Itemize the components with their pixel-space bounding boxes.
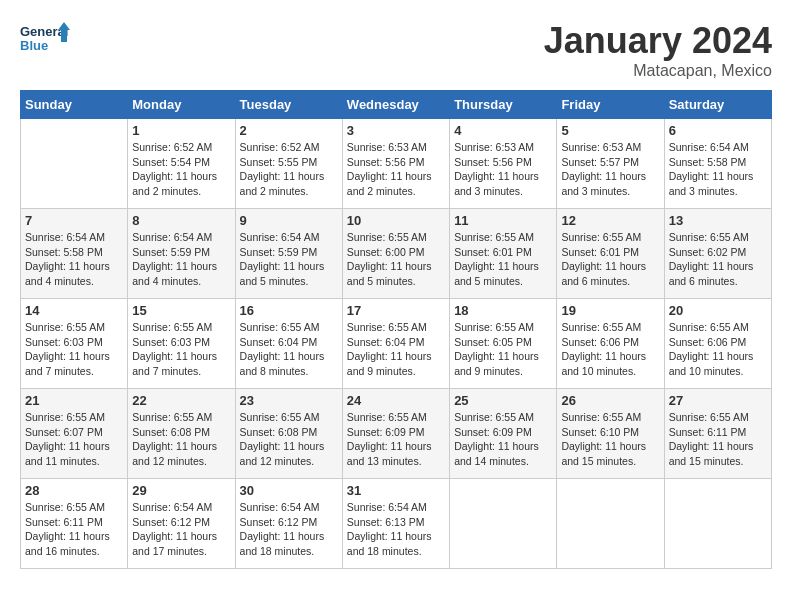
day-info: Sunrise: 6:52 AMSunset: 5:55 PMDaylight:… xyxy=(240,140,338,199)
day-info: Sunrise: 6:54 AMSunset: 6:13 PMDaylight:… xyxy=(347,500,445,559)
day-number: 26 xyxy=(561,393,659,408)
day-number: 18 xyxy=(454,303,552,318)
day-info: Sunrise: 6:55 AMSunset: 6:05 PMDaylight:… xyxy=(454,320,552,379)
day-info: Sunrise: 6:55 AMSunset: 6:01 PMDaylight:… xyxy=(561,230,659,289)
cell-w1-d5: 4Sunrise: 6:53 AMSunset: 5:56 PMDaylight… xyxy=(450,119,557,209)
day-info: Sunrise: 6:54 AMSunset: 5:59 PMDaylight:… xyxy=(240,230,338,289)
day-info: Sunrise: 6:55 AMSunset: 6:11 PMDaylight:… xyxy=(25,500,123,559)
cell-w2-d7: 13Sunrise: 6:55 AMSunset: 6:02 PMDayligh… xyxy=(664,209,771,299)
day-number: 22 xyxy=(132,393,230,408)
day-info: Sunrise: 6:54 AMSunset: 5:58 PMDaylight:… xyxy=(25,230,123,289)
day-info: Sunrise: 6:54 AMSunset: 6:12 PMDaylight:… xyxy=(240,500,338,559)
week-row-4: 21Sunrise: 6:55 AMSunset: 6:07 PMDayligh… xyxy=(21,389,772,479)
cell-w5-d7 xyxy=(664,479,771,569)
cell-w3-d2: 15Sunrise: 6:55 AMSunset: 6:03 PMDayligh… xyxy=(128,299,235,389)
header-wednesday: Wednesday xyxy=(342,91,449,119)
cell-w5-d2: 29Sunrise: 6:54 AMSunset: 6:12 PMDayligh… xyxy=(128,479,235,569)
week-row-2: 7Sunrise: 6:54 AMSunset: 5:58 PMDaylight… xyxy=(21,209,772,299)
day-number: 13 xyxy=(669,213,767,228)
day-info: Sunrise: 6:54 AMSunset: 5:58 PMDaylight:… xyxy=(669,140,767,199)
day-number: 11 xyxy=(454,213,552,228)
cell-w5-d3: 30Sunrise: 6:54 AMSunset: 6:12 PMDayligh… xyxy=(235,479,342,569)
day-info: Sunrise: 6:55 AMSunset: 6:08 PMDaylight:… xyxy=(132,410,230,469)
cell-w2-d2: 8Sunrise: 6:54 AMSunset: 5:59 PMDaylight… xyxy=(128,209,235,299)
header-monday: Monday xyxy=(128,91,235,119)
day-number: 21 xyxy=(25,393,123,408)
page-header: General Blue January 2024 Matacapan, Mex… xyxy=(20,20,772,80)
svg-text:Blue: Blue xyxy=(20,38,48,53)
cell-w4-d3: 23Sunrise: 6:55 AMSunset: 6:08 PMDayligh… xyxy=(235,389,342,479)
calendar-table: SundayMondayTuesdayWednesdayThursdayFrid… xyxy=(20,90,772,569)
cell-w5-d5 xyxy=(450,479,557,569)
day-info: Sunrise: 6:55 AMSunset: 6:02 PMDaylight:… xyxy=(669,230,767,289)
cell-w3-d3: 16Sunrise: 6:55 AMSunset: 6:04 PMDayligh… xyxy=(235,299,342,389)
cell-w1-d4: 3Sunrise: 6:53 AMSunset: 5:56 PMDaylight… xyxy=(342,119,449,209)
header-thursday: Thursday xyxy=(450,91,557,119)
cell-w4-d1: 21Sunrise: 6:55 AMSunset: 6:07 PMDayligh… xyxy=(21,389,128,479)
day-info: Sunrise: 6:55 AMSunset: 6:00 PMDaylight:… xyxy=(347,230,445,289)
cell-w3-d6: 19Sunrise: 6:55 AMSunset: 6:06 PMDayligh… xyxy=(557,299,664,389)
day-info: Sunrise: 6:55 AMSunset: 6:04 PMDaylight:… xyxy=(240,320,338,379)
day-number: 28 xyxy=(25,483,123,498)
header-saturday: Saturday xyxy=(664,91,771,119)
day-info: Sunrise: 6:53 AMSunset: 5:56 PMDaylight:… xyxy=(347,140,445,199)
day-info: Sunrise: 6:55 AMSunset: 6:09 PMDaylight:… xyxy=(347,410,445,469)
day-number: 5 xyxy=(561,123,659,138)
month-title: January 2024 xyxy=(544,20,772,62)
day-number: 24 xyxy=(347,393,445,408)
cell-w1-d1 xyxy=(21,119,128,209)
cell-w4-d5: 25Sunrise: 6:55 AMSunset: 6:09 PMDayligh… xyxy=(450,389,557,479)
day-number: 23 xyxy=(240,393,338,408)
header-friday: Friday xyxy=(557,91,664,119)
cell-w2-d4: 10Sunrise: 6:55 AMSunset: 6:00 PMDayligh… xyxy=(342,209,449,299)
week-row-5: 28Sunrise: 6:55 AMSunset: 6:11 PMDayligh… xyxy=(21,479,772,569)
day-number: 9 xyxy=(240,213,338,228)
day-number: 6 xyxy=(669,123,767,138)
day-number: 27 xyxy=(669,393,767,408)
logo-svg: General Blue xyxy=(20,20,70,65)
day-number: 16 xyxy=(240,303,338,318)
day-number: 30 xyxy=(240,483,338,498)
day-info: Sunrise: 6:55 AMSunset: 6:09 PMDaylight:… xyxy=(454,410,552,469)
week-row-1: 1Sunrise: 6:52 AMSunset: 5:54 PMDaylight… xyxy=(21,119,772,209)
day-info: Sunrise: 6:55 AMSunset: 6:01 PMDaylight:… xyxy=(454,230,552,289)
week-row-3: 14Sunrise: 6:55 AMSunset: 6:03 PMDayligh… xyxy=(21,299,772,389)
day-info: Sunrise: 6:55 AMSunset: 6:06 PMDaylight:… xyxy=(561,320,659,379)
cell-w1-d2: 1Sunrise: 6:52 AMSunset: 5:54 PMDaylight… xyxy=(128,119,235,209)
cell-w2-d1: 7Sunrise: 6:54 AMSunset: 5:58 PMDaylight… xyxy=(21,209,128,299)
day-number: 19 xyxy=(561,303,659,318)
day-info: Sunrise: 6:55 AMSunset: 6:04 PMDaylight:… xyxy=(347,320,445,379)
header-sunday: Sunday xyxy=(21,91,128,119)
cell-w1-d3: 2Sunrise: 6:52 AMSunset: 5:55 PMDaylight… xyxy=(235,119,342,209)
day-number: 25 xyxy=(454,393,552,408)
day-number: 7 xyxy=(25,213,123,228)
day-info: Sunrise: 6:53 AMSunset: 5:56 PMDaylight:… xyxy=(454,140,552,199)
cell-w4-d7: 27Sunrise: 6:55 AMSunset: 6:11 PMDayligh… xyxy=(664,389,771,479)
day-info: Sunrise: 6:54 AMSunset: 6:12 PMDaylight:… xyxy=(132,500,230,559)
day-number: 12 xyxy=(561,213,659,228)
location: Matacapan, Mexico xyxy=(544,62,772,80)
calendar-header: SundayMondayTuesdayWednesdayThursdayFrid… xyxy=(21,91,772,119)
day-info: Sunrise: 6:55 AMSunset: 6:03 PMDaylight:… xyxy=(132,320,230,379)
cell-w3-d7: 20Sunrise: 6:55 AMSunset: 6:06 PMDayligh… xyxy=(664,299,771,389)
day-info: Sunrise: 6:54 AMSunset: 5:59 PMDaylight:… xyxy=(132,230,230,289)
cell-w1-d7: 6Sunrise: 6:54 AMSunset: 5:58 PMDaylight… xyxy=(664,119,771,209)
day-number: 15 xyxy=(132,303,230,318)
cell-w3-d4: 17Sunrise: 6:55 AMSunset: 6:04 PMDayligh… xyxy=(342,299,449,389)
day-number: 8 xyxy=(132,213,230,228)
day-info: Sunrise: 6:55 AMSunset: 6:08 PMDaylight:… xyxy=(240,410,338,469)
day-number: 29 xyxy=(132,483,230,498)
cell-w5-d4: 31Sunrise: 6:54 AMSunset: 6:13 PMDayligh… xyxy=(342,479,449,569)
day-number: 1 xyxy=(132,123,230,138)
cell-w5-d1: 28Sunrise: 6:55 AMSunset: 6:11 PMDayligh… xyxy=(21,479,128,569)
day-info: Sunrise: 6:52 AMSunset: 5:54 PMDaylight:… xyxy=(132,140,230,199)
day-number: 31 xyxy=(347,483,445,498)
day-info: Sunrise: 6:55 AMSunset: 6:10 PMDaylight:… xyxy=(561,410,659,469)
cell-w4-d6: 26Sunrise: 6:55 AMSunset: 6:10 PMDayligh… xyxy=(557,389,664,479)
cell-w3-d5: 18Sunrise: 6:55 AMSunset: 6:05 PMDayligh… xyxy=(450,299,557,389)
cell-w1-d6: 5Sunrise: 6:53 AMSunset: 5:57 PMDaylight… xyxy=(557,119,664,209)
day-number: 3 xyxy=(347,123,445,138)
cell-w4-d2: 22Sunrise: 6:55 AMSunset: 6:08 PMDayligh… xyxy=(128,389,235,479)
header-tuesday: Tuesday xyxy=(235,91,342,119)
cell-w2-d5: 11Sunrise: 6:55 AMSunset: 6:01 PMDayligh… xyxy=(450,209,557,299)
